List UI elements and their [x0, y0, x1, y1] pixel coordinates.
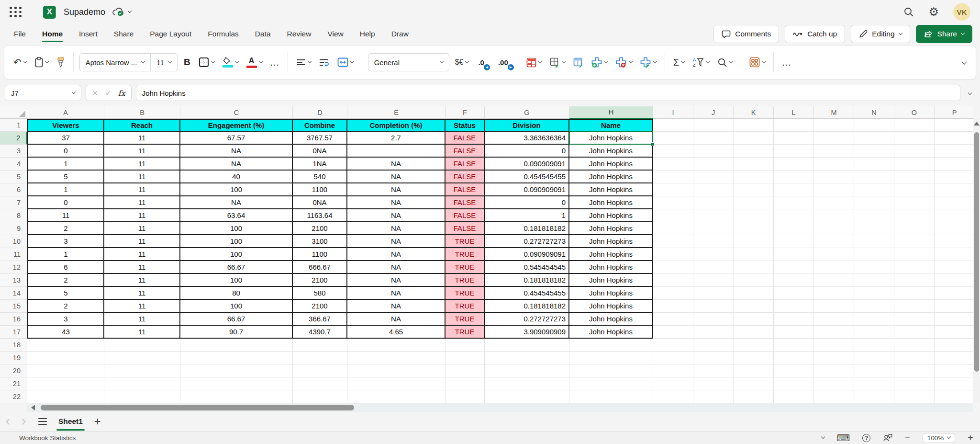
borders-button[interactable] [196, 54, 217, 70]
cell-L6[interactable] [774, 183, 814, 196]
cell-P6[interactable] [935, 183, 973, 196]
cell-D21[interactable] [293, 377, 347, 390]
cell-B15[interactable]: 11 [104, 300, 180, 313]
row-header-15[interactable]: 15 [0, 300, 27, 313]
cell-L3[interactable] [774, 145, 814, 158]
cell-E17[interactable]: 4.65 [347, 326, 445, 339]
cell-O18[interactable] [894, 339, 935, 352]
cell-J21[interactable] [693, 377, 734, 390]
cell-H9[interactable]: John Hopkins [569, 222, 653, 235]
cell-K20[interactable] [734, 364, 774, 377]
row-header-7[interactable]: 7 [0, 196, 27, 209]
cell-D5[interactable]: 540 [293, 171, 347, 183]
cell-C8[interactable]: 63.64 [180, 209, 293, 222]
cell-A7[interactable]: 0 [27, 196, 104, 209]
cell-K16[interactable] [734, 313, 774, 326]
column-header-L[interactable]: L [774, 106, 814, 119]
cell-C2[interactable]: 67.57 [180, 132, 293, 145]
cell-E10[interactable]: NA [347, 235, 445, 248]
name-box[interactable]: J7 [5, 85, 81, 101]
cell-L1[interactable] [774, 119, 814, 132]
font-size-select[interactable]: 11 [150, 54, 178, 71]
cell-I16[interactable] [653, 313, 693, 326]
column-header-C[interactable]: C [180, 106, 293, 119]
cell-E8[interactable]: NA [347, 209, 445, 222]
cell-J15[interactable] [693, 300, 734, 313]
cell-M20[interactable] [814, 364, 854, 377]
cell-I15[interactable] [653, 300, 693, 313]
menu-tab-view[interactable]: View [321, 26, 349, 42]
ribbon-collapse-button[interactable] [962, 58, 969, 67]
column-header-P[interactable]: P [935, 106, 973, 119]
cell-D18[interactable] [293, 339, 347, 352]
cell-H12[interactable]: John Hopkins [569, 261, 653, 274]
cell-N15[interactable] [854, 300, 894, 313]
cell-B5[interactable]: 11 [104, 171, 180, 183]
alignment-button[interactable] [294, 56, 313, 69]
row-header-3[interactable]: 3 [0, 145, 27, 158]
cell-I13[interactable] [653, 274, 693, 287]
cell-E22[interactable] [347, 390, 445, 403]
cell-K8[interactable] [734, 209, 774, 222]
row-header-22[interactable]: 22 [0, 390, 27, 403]
sheet-tab-sheet1[interactable]: Sheet1 [56, 414, 85, 429]
cell-F4[interactable]: FALSE [445, 158, 485, 171]
cell-O8[interactable] [894, 209, 935, 222]
cell-I1[interactable] [653, 119, 693, 132]
wrap-text-button[interactable] [317, 56, 332, 69]
column-header-A[interactable]: A [27, 106, 104, 119]
select-all-corner[interactable] [0, 106, 27, 119]
cell-A9[interactable]: 2 [27, 222, 104, 235]
catch-up-button[interactable]: Catch up [785, 25, 845, 43]
cell-I19[interactable] [653, 352, 693, 364]
cell-B16[interactable]: 11 [104, 313, 180, 326]
cell-D12[interactable]: 666.67 [293, 261, 347, 274]
cell-A6[interactable]: 1 [27, 183, 104, 196]
cell-K6[interactable] [734, 183, 774, 196]
share-button[interactable]: Share [916, 25, 972, 43]
cell-M15[interactable] [814, 300, 854, 313]
cell-I12[interactable] [653, 261, 693, 274]
cell-J6[interactable] [693, 183, 734, 196]
cell-P21[interactable] [935, 377, 973, 390]
cell-I10[interactable] [653, 235, 693, 248]
menu-tab-insert[interactable]: Insert [73, 26, 104, 42]
cell-B14[interactable]: 11 [104, 287, 180, 300]
column-header-E[interactable]: E [347, 106, 445, 119]
cell-A10[interactable]: 3 [27, 235, 104, 248]
cell-M4[interactable] [814, 158, 854, 171]
menu-tab-help[interactable]: Help [354, 26, 381, 42]
cell-H14[interactable]: John Hopkins [569, 287, 653, 300]
cell-C9[interactable]: 100 [180, 222, 293, 235]
cell-A13[interactable]: 2 [27, 274, 104, 287]
cell-C14[interactable]: 80 [180, 287, 293, 300]
cell-O6[interactable] [894, 183, 935, 196]
cell-F6[interactable]: FALSE [445, 183, 485, 196]
cell-D19[interactable] [293, 352, 347, 364]
cell-P16[interactable] [935, 313, 973, 326]
cell-N20[interactable] [854, 364, 894, 377]
cell-M16[interactable] [814, 313, 854, 326]
cell-J12[interactable] [693, 261, 734, 274]
cell-C12[interactable]: 66.67 [180, 261, 293, 274]
cell-E11[interactable]: NA [347, 248, 445, 261]
cell-D11[interactable]: 1100 [293, 248, 347, 261]
cell-L12[interactable] [774, 261, 814, 274]
formula-bar-expand-button[interactable] [965, 89, 975, 97]
cell-O12[interactable] [894, 261, 935, 274]
cell-G20[interactable] [485, 364, 569, 377]
menu-tab-file[interactable]: File [8, 26, 32, 42]
cell-K19[interactable] [734, 352, 774, 364]
cell-K11[interactable] [734, 248, 774, 261]
cell-E20[interactable] [347, 364, 445, 377]
cell-G4[interactable]: 0.090909091 [485, 158, 569, 171]
row-header-20[interactable]: 20 [0, 364, 27, 377]
cell-G13[interactable]: 0.181818182 [485, 274, 569, 287]
cell-C21[interactable] [180, 377, 293, 390]
cell-K22[interactable] [734, 390, 774, 403]
cell-F16[interactable]: TRUE [445, 313, 485, 326]
cell-G6[interactable]: 0.090909091 [485, 183, 569, 196]
cell-M12[interactable] [814, 261, 854, 274]
cell-I4[interactable] [653, 158, 693, 171]
conditional-formatting-button[interactable] [524, 55, 544, 70]
